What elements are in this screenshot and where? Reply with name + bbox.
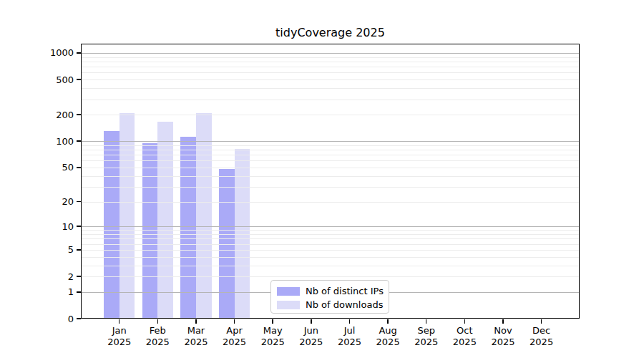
- y-tick-label-2: 2: [31, 272, 74, 281]
- legend: Nb of distinct IPs Nb of downloads: [270, 280, 389, 314]
- bar-distinct-ips-jan: [104, 131, 119, 319]
- x-tick-mark-dec: [541, 319, 542, 324]
- x-tick-mark-mar: [195, 319, 197, 324]
- y-tick-label-5: 5: [31, 245, 74, 254]
- minor-gridline-400: [81, 88, 580, 89]
- x-tick-label-mar: Mar2025: [175, 325, 218, 348]
- minor-gridline-900: [81, 57, 580, 58]
- x-tick-mark-feb: [157, 319, 159, 324]
- minor-gridline-200: [81, 115, 580, 115]
- minor-gridline-600: [81, 72, 580, 73]
- y-tick-label-0: 0: [31, 314, 74, 324]
- y-tick-label-100: 100: [31, 137, 74, 146]
- legend-label-downloads: Nb of downloads: [306, 299, 383, 310]
- y-tick-mark-0: [77, 318, 81, 319]
- minor-gridline-60: [81, 160, 580, 161]
- minor-gridline-40: [81, 176, 580, 177]
- y-tick-label-20: 20: [31, 197, 74, 206]
- minor-gridline-30: [81, 187, 580, 188]
- legend-label-distinct-ips: Nb of distinct IPs: [306, 286, 384, 296]
- x-tick-label-nov: Nov2025: [482, 325, 525, 348]
- figure: tidyCoverage 2025 0125102050100200500100…: [0, 0, 644, 358]
- bar-downloads-jan: [119, 113, 135, 319]
- x-tick-mark-jan: [119, 319, 120, 324]
- y-tick-label-200: 200: [31, 110, 74, 120]
- x-tick-mark-nov: [502, 319, 504, 324]
- y-tick-label-10: 10: [31, 222, 74, 231]
- x-tick-mark-sep: [426, 319, 427, 324]
- minor-gridline-4: [81, 257, 580, 258]
- major-gridline-10: [81, 226, 580, 227]
- minor-gridline-6: [81, 244, 580, 245]
- distinct-ips-swatch: [277, 287, 300, 296]
- minor-gridline-20: [81, 202, 580, 203]
- major-gridline-1000: [81, 53, 580, 54]
- x-tick-label-jun: Jun2025: [290, 325, 333, 348]
- x-tick-label-sep: Sep2025: [405, 325, 448, 348]
- x-tick-label-jul: Jul2025: [328, 325, 371, 348]
- minor-gridline-90: [81, 145, 580, 146]
- legend-item-distinct-ips: Nb of distinct IPs: [277, 285, 383, 297]
- plot-area: [81, 44, 580, 319]
- x-tick-label-jan: Jan2025: [98, 325, 141, 348]
- minor-gridline-80: [81, 150, 580, 150]
- x-tick-label-dec: Dec2025: [520, 325, 563, 348]
- major-gridline-100: [81, 141, 580, 142]
- x-tick-label-apr: Apr2025: [213, 325, 256, 348]
- y-tick-label-1: 1: [31, 287, 74, 296]
- x-tick-mark-apr: [234, 319, 235, 324]
- minor-gridline-5: [81, 250, 580, 251]
- minor-gridline-300: [81, 100, 580, 100]
- x-tick-mark-jul: [349, 319, 351, 324]
- minor-gridline-9: [81, 230, 580, 231]
- legend-item-downloads: Nb of downloads: [277, 299, 383, 311]
- downloads-swatch: [277, 301, 300, 309]
- x-tick-label-aug: Aug2025: [366, 325, 409, 348]
- y-tick-label-500: 500: [31, 75, 74, 84]
- x-tick-label-feb: Feb2025: [136, 325, 179, 348]
- x-tick-label-may: May2025: [251, 325, 294, 348]
- chart-title: tidyCoverage 2025: [81, 26, 580, 39]
- minor-gridline-500: [81, 79, 580, 80]
- x-tick-mark-aug: [387, 319, 389, 324]
- x-tick-mark-jun: [311, 319, 312, 324]
- bar-downloads-feb: [157, 122, 173, 319]
- minor-gridline-70: [81, 155, 580, 155]
- x-tick-label-oct: Oct2025: [443, 325, 486, 348]
- y-tick-label-1000: 1000: [31, 48, 74, 57]
- minor-gridline-50: [81, 168, 580, 168]
- x-tick-mark-may: [272, 319, 273, 324]
- minor-gridline-2: [81, 276, 580, 277]
- y-tick-label-50: 50: [31, 163, 74, 172]
- x-tick-mark-oct: [464, 319, 466, 324]
- minor-gridline-7: [81, 238, 580, 239]
- minor-gridline-800: [81, 62, 580, 62]
- minor-gridline-700: [81, 67, 580, 67]
- bar-downloads-mar: [196, 113, 212, 319]
- minor-gridline-3: [81, 266, 580, 266]
- minor-gridline-8: [81, 234, 580, 235]
